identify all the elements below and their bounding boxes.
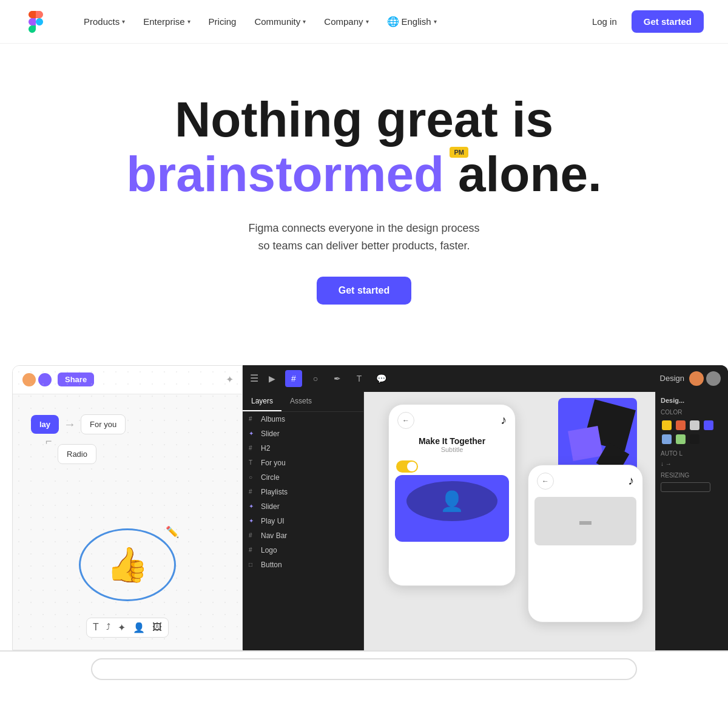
products-menu[interactable]: Products ▾ (76, 12, 132, 32)
color-orange[interactable] (676, 420, 686, 430)
avatar-group (21, 372, 53, 388)
figma-comment-tool[interactable]: 💬 (372, 370, 389, 387)
color-light-blue[interactable] (662, 434, 672, 444)
cursor-pm-badge: PM (450, 147, 468, 158)
community-menu[interactable]: Community ▾ (247, 12, 313, 32)
hero-subtitle: Figma connects everyone in the design pr… (248, 220, 479, 255)
toggle-knob (407, 462, 417, 471)
layer-icon-for-you: T (249, 459, 257, 466)
figma-topbar: ☰ ▶ # ○ ✒ T 💬 Design (243, 365, 728, 392)
image-tool-icon[interactable]: 🖼 (152, 622, 162, 633)
phone-1-inner: ← ♪ Make It Together Subtitle (389, 405, 515, 585)
figma-main-area: Layers Assets # Albums ✦ Slider # H2 T (243, 392, 728, 650)
bottom-search-bar[interactable] (91, 658, 637, 680)
language-chevron-icon: ▾ (434, 18, 437, 25)
figma-user-avatars (689, 371, 721, 386)
enterprise-chevron-icon: ▾ (187, 18, 190, 25)
figma-avatar-2 (706, 371, 721, 386)
products-chevron-icon: ▾ (122, 18, 125, 25)
figma-frame-tool[interactable]: # (285, 370, 302, 387)
figma-pen-tool[interactable]: ✒ (329, 370, 346, 387)
screenshots-section: Share ✦ lay → For you ⌐ Radio 👍 ✏️ (0, 365, 728, 650)
layer-nav-bar[interactable]: # Nav Bar (243, 528, 363, 543)
pricing-link[interactable]: Pricing (201, 12, 244, 32)
people-tool-icon[interactable]: 👤 (133, 622, 145, 633)
layer-circle[interactable]: ○ Circle (243, 470, 363, 485)
figma-canvas[interactable]: ← ♪ Make It Together Subtitle (364, 392, 655, 650)
layer-h2[interactable]: # H2 (243, 441, 363, 456)
layer-icon-albums: # (249, 416, 257, 422)
figma-layers-tab[interactable]: Layers (243, 392, 281, 411)
phone-mockup-1: ← ♪ Make It Together Subtitle (388, 404, 516, 586)
flow-item-for-you: For you (81, 414, 126, 434)
layer-logo[interactable]: # Logo (243, 543, 363, 558)
layer-icon-button: □ (249, 561, 257, 568)
design-panel-header: Desig... (661, 397, 723, 404)
enterprise-menu[interactable]: Enterprise ▾ (136, 12, 197, 32)
toggle-switch[interactable] (396, 460, 418, 473)
hero-get-started-button[interactable]: Get started (317, 277, 411, 305)
phone-back-button-1[interactable]: ← (397, 412, 414, 429)
layer-albums[interactable]: # Albums (243, 412, 363, 426)
figma-avatar-1 (689, 371, 704, 386)
globe-icon: 🌐 (387, 16, 399, 27)
figjam-toolbar: T ⤴ ✦ 👤 🖼 (86, 618, 169, 638)
figma-shape-tool[interactable]: ○ (307, 370, 324, 387)
layer-slider-1[interactable]: ✦ Slider (243, 426, 363, 441)
phone-back-button-2[interactable]: ← (537, 473, 554, 490)
phone-1-title: Make It Together (395, 436, 509, 446)
phone-music-note: ♪ (500, 413, 507, 427)
phone-1-title-area: Make It Together Subtitle (389, 436, 515, 458)
phone-2-header: ← ♪ (528, 465, 642, 497)
nav-right: Log in Get started (582, 10, 704, 33)
connector-tool-icon[interactable]: ⤴ (106, 622, 110, 633)
resizing-control[interactable] (661, 482, 710, 492)
figma-move-tool[interactable]: ▶ (263, 370, 280, 387)
color-section-label: Color (661, 409, 723, 416)
phone-1-header: ← ♪ (389, 405, 515, 436)
color-green[interactable] (676, 434, 686, 444)
phone-2-image-block: ▬ (534, 497, 636, 545)
toggle-area (389, 458, 515, 475)
nav-get-started-button[interactable]: Get started (632, 10, 704, 33)
layer-for-you[interactable]: T For you (243, 456, 363, 470)
flow-item-play: lay (31, 415, 59, 434)
text-tool-icon[interactable]: T (93, 622, 99, 633)
figjam-header: Share ✦ (13, 366, 242, 394)
auto-layout-section-label: Auto L (661, 450, 723, 457)
layer-slider-2[interactable]: ✦ Slider (243, 499, 363, 514)
figma-assets-tab[interactable]: Assets (281, 392, 320, 411)
star-icon: ✦ (226, 374, 234, 385)
layer-icon-slider1: ✦ (249, 430, 257, 437)
layer-playlists[interactable]: # Playlists (243, 485, 363, 499)
person-silhouette: 👤 (440, 490, 464, 513)
figjam-panel: Share ✦ lay → For you ⌐ Radio 👍 ✏️ (12, 365, 243, 650)
dot-background (13, 366, 242, 650)
phone-2-image-placeholder: ▬ (579, 514, 592, 528)
figma-menu-icon[interactable]: ☰ (250, 372, 258, 384)
layer-play-ui[interactable]: ✦ Play UI (243, 514, 363, 528)
company-menu[interactable]: Company ▾ (317, 12, 376, 32)
color-yellow[interactable] (662, 420, 672, 430)
color-black[interactable] (690, 434, 699, 444)
figma-panel: ☰ ▶ # ○ ✒ T 💬 Design Layers Assets (243, 365, 728, 650)
pencil-icon: ✏️ (166, 525, 179, 539)
thumbs-circle: 👍 ✏️ (79, 528, 176, 601)
phone-1-image-block: 👤 (395, 475, 509, 542)
nav-links: Products ▾ Enterprise ▾ Pricing Communit… (76, 11, 582, 32)
hero-section: Nothing great is brainstormed alone. PM … (0, 44, 728, 329)
layer-button[interactable]: □ Button (243, 558, 363, 572)
login-button[interactable]: Log in (582, 12, 627, 32)
widget-tool-icon[interactable]: ✦ (118, 622, 126, 633)
share-button[interactable]: Share (58, 372, 94, 386)
resizing-section-label: Resizing (661, 472, 723, 479)
language-menu[interactable]: 🌐 English ▾ (380, 11, 444, 32)
flow-diagram: lay → For you ⌐ Radio (31, 414, 126, 464)
color-blue[interactable] (704, 420, 713, 430)
color-gray[interactable] (690, 420, 699, 430)
figma-text-tool[interactable]: T (351, 370, 368, 387)
phone-1-subtitle: Subtitle (395, 446, 509, 453)
figma-logo[interactable] (24, 4, 47, 39)
figma-design-panel: Desig... Color Auto L ↓ → Resizing (655, 392, 728, 650)
community-chevron-icon: ▾ (303, 18, 306, 25)
